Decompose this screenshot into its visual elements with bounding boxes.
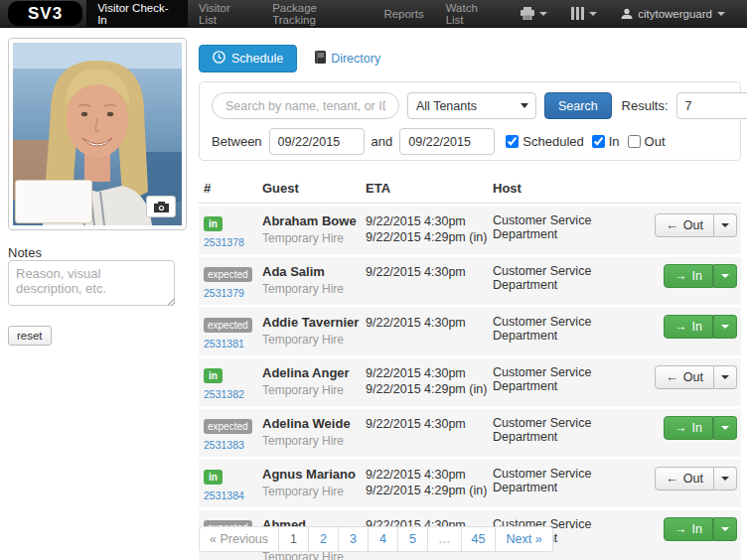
action-label: Out	[683, 472, 703, 486]
caret-down-icon	[721, 426, 729, 430]
guest-type: Temporary Hire	[262, 282, 366, 296]
action-label: Out	[683, 218, 703, 232]
app-logo[interactable]: SV3	[8, 1, 82, 26]
filter-panel: All Tenants Search Results: 7 Between an…	[199, 81, 741, 161]
checkbox-input-scheduled[interactable]	[506, 135, 519, 148]
arrow-right-icon: →	[674, 421, 687, 435]
check-in-button[interactable]: →In	[664, 416, 713, 440]
check-out-button[interactable]: ←Out	[655, 365, 714, 389]
action-label: In	[692, 522, 702, 536]
user-menu[interactable]: citytowerguard	[609, 0, 737, 27]
checkbox-label: In	[609, 134, 620, 149]
action-dropdown-toggle[interactable]	[713, 264, 737, 288]
page-3[interactable]: 3	[339, 526, 369, 552]
search-input[interactable]	[212, 92, 399, 119]
tenant-select[interactable]: All Tenants	[407, 92, 536, 119]
caret-down-icon	[721, 375, 729, 379]
host-name: Customer Service Department	[493, 264, 650, 292]
checkbox-label: Out	[645, 134, 666, 149]
visitor-id-link[interactable]: 2531384	[204, 490, 262, 501]
nav-item-package-tracking[interactable]: Package Tracking	[261, 0, 373, 27]
tab-directory[interactable]: Directory	[315, 51, 380, 67]
action-split-button: →In	[664, 315, 737, 339]
nav-item-reports[interactable]: Reports	[373, 0, 434, 27]
checkbox-scheduled[interactable]: Scheduled	[506, 134, 583, 149]
eta-scheduled: 9/22/2015 4:30pm	[366, 315, 493, 331]
tab-schedule[interactable]: Schedule	[199, 45, 297, 72]
action-dropdown-toggle[interactable]	[714, 365, 737, 389]
columns-menu[interactable]	[559, 0, 609, 27]
page-5[interactable]: 5	[398, 526, 428, 552]
notes-label: Notes	[8, 245, 42, 260]
table-row: expected2531379Ada SalimTemporary Hire9/…	[199, 257, 741, 305]
status-badge: in	[204, 216, 223, 231]
page-4[interactable]: 4	[369, 526, 398, 552]
guest-type: Temporary Hire	[262, 231, 366, 245]
capture-photo-button[interactable]	[146, 196, 176, 217]
check-in-button[interactable]: →In	[664, 315, 713, 339]
checkbox-input-out[interactable]	[628, 135, 641, 148]
action-dropdown-toggle[interactable]	[713, 416, 737, 440]
eta-scheduled: 9/22/2015 4:30pm	[366, 416, 493, 432]
table-row: expected2531381Addie TavernierTemporary …	[199, 308, 741, 355]
checkbox-out[interactable]: Out	[628, 134, 666, 149]
date-from-input[interactable]	[269, 128, 365, 155]
notes-input[interactable]	[8, 260, 175, 306]
action-dropdown-toggle[interactable]	[713, 517, 737, 541]
results-select[interactable]: 7	[676, 92, 747, 119]
check-in-button[interactable]: →In	[664, 264, 713, 288]
arrow-right-icon: →	[674, 320, 687, 334]
arrow-left-icon: ←	[666, 218, 678, 232]
action-dropdown-toggle[interactable]	[713, 315, 737, 339]
status-filters: ScheduledInOut	[506, 134, 665, 149]
action-dropdown-toggle[interactable]	[714, 467, 737, 490]
table-row: expected2531383Adelina WeideTemporary Hi…	[199, 409, 741, 457]
search-button[interactable]: Search	[544, 92, 612, 119]
page-: …	[428, 526, 462, 552]
view-tabs: Schedule Directory	[199, 45, 380, 72]
eta-checkin: 9/22/2015 4:29pm (in)	[366, 483, 493, 498]
eta-checkin: 9/22/2015 4:29pm (in)	[366, 381, 493, 397]
check-in-button[interactable]: →In	[664, 517, 713, 541]
and-label: and	[372, 134, 393, 149]
check-out-button[interactable]: ←Out	[655, 467, 714, 490]
action-split-button: ←Out	[655, 213, 737, 237]
clock-icon	[213, 51, 225, 67]
caret-down-icon	[721, 274, 729, 278]
checkbox-input-in[interactable]	[592, 135, 605, 148]
header-num: #	[199, 181, 262, 196]
visitor-id-link[interactable]: 2531382	[204, 388, 262, 400]
pagination: « Previous12345…45Next »	[199, 526, 553, 552]
page-45[interactable]: 45	[462, 526, 497, 552]
action-split-button: →In	[664, 264, 737, 288]
nav-item-watch-list[interactable]: Watch List	[435, 0, 510, 27]
guest-name: Adelina Weide	[262, 416, 366, 431]
check-out-button[interactable]: ←Out	[655, 213, 714, 237]
print-menu[interactable]	[509, 0, 559, 27]
action-dropdown-toggle[interactable]	[714, 213, 737, 237]
directory-label: Directory	[331, 52, 380, 66]
status-badge: expected	[204, 318, 252, 333]
visitor-id-link[interactable]: 2531383	[204, 439, 262, 451]
host-name: Customer Service Department	[493, 416, 650, 444]
reset-button[interactable]: reset	[8, 326, 52, 346]
checkbox-in[interactable]: In	[592, 134, 620, 149]
printer-icon	[521, 7, 534, 20]
host-name: Customer Service Department	[493, 467, 650, 494]
arrow-left-icon: ←	[666, 370, 678, 384]
page-next[interactable]: Next »	[496, 526, 552, 552]
host-name: Customer Service Department	[493, 365, 650, 393]
username-label: citytowerguard	[638, 8, 712, 20]
visitor-id-link[interactable]: 2531378	[204, 236, 262, 248]
nav-item-visitor-list[interactable]: Visitor List	[188, 0, 261, 27]
status-badge: expected	[204, 419, 252, 434]
page-2[interactable]: 2	[309, 526, 339, 552]
visitor-id-link[interactable]: 2531381	[204, 338, 262, 350]
visitor-table: # Guest ETA Host in2531378Abraham BoweTe…	[199, 177, 741, 560]
date-to-input[interactable]	[399, 128, 495, 155]
guest-name: Addie Tavernier	[262, 315, 366, 330]
caret-down-icon	[721, 527, 729, 531]
visitor-id-link[interactable]: 2531379	[204, 287, 262, 299]
nav-item-visitor-check-in[interactable]: Visitor Check-In	[86, 0, 188, 27]
action-split-button: ←Out	[655, 365, 737, 389]
